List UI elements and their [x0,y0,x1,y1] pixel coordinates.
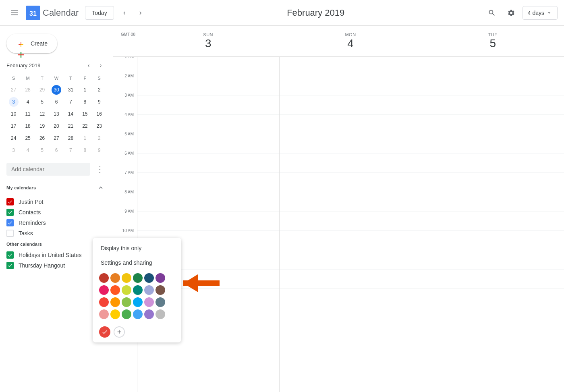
context-menu: Display this only Settings and sharing [93,238,181,342]
app-title: Calendar [43,8,79,18]
color-tangerine[interactable] [110,285,120,295]
my-calendar-contacts[interactable]: Contacts [6,207,106,218]
mini-day[interactable]: 1 [78,132,92,144]
color-pink[interactable] [99,285,109,295]
color-medium-purple[interactable] [144,309,154,319]
mini-day[interactable]: 28 [64,132,78,144]
main-layout: Create February 2019 ‹ › S M T W T F S [0,26,564,392]
mini-next-btn[interactable]: › [95,60,106,71]
mini-day[interactable]: 23 [92,120,106,132]
color-peacock[interactable] [144,273,154,283]
mini-day[interactable]: 14 [64,108,78,120]
context-menu-settings-sharing[interactable]: Settings and sharing [93,255,181,270]
mini-day[interactable]: 1 [78,84,92,96]
color-red[interactable] [99,297,109,307]
mini-day[interactable]: 15 [78,108,92,120]
add-calendar-input[interactable] [6,163,90,176]
add-calendar-options[interactable]: ⋮ [93,163,106,176]
mini-day[interactable]: 19 [35,120,49,132]
mini-day[interactable]: 11 [21,108,35,120]
color-graphite[interactable] [156,285,165,295]
mini-day[interactable]: 17 [6,120,21,132]
add-custom-color[interactable]: + [114,326,125,338]
day-header-sun: SUN 3 [137,29,279,53]
mini-day[interactable]: 20 [49,120,63,132]
color-slate[interactable] [156,297,165,307]
color-light-gray[interactable] [156,309,165,319]
mini-day[interactable]: 22 [78,120,92,132]
color-light-blue[interactable] [133,309,143,319]
mini-day-selected[interactable]: 3 [6,96,21,108]
mini-day[interactable]: 7 [64,144,78,156]
mini-day[interactable]: 5 [35,144,49,156]
color-grape[interactable] [156,273,165,283]
my-calendar-reminders[interactable]: Reminders [6,218,106,228]
mini-day[interactable]: 27 [49,132,63,144]
other-calendar-thursday-hangout[interactable]: Thursday Hangout [6,260,106,271]
color-orange[interactable] [110,297,120,307]
color-light-red[interactable] [99,309,109,319]
my-calendar-tasks[interactable]: Tasks [6,228,106,239]
color-actions: + [93,325,181,339]
color-row-2 [99,285,175,295]
mini-day[interactable]: 6 [49,144,63,156]
my-calendars-collapse[interactable] [95,182,106,193]
next-arrow[interactable]: › [133,6,148,20]
color-gold[interactable] [110,309,120,319]
mini-day[interactable]: 25 [21,132,35,144]
color-sage[interactable] [133,273,143,283]
color-tomato[interactable] [99,273,109,283]
selected-color-check[interactable] [99,326,110,338]
mini-day[interactable]: 9 [92,144,106,156]
mini-prev-btn[interactable]: ‹ [83,60,94,71]
mini-day[interactable]: 4 [21,144,35,156]
mini-day-today[interactable]: 30 [49,84,63,96]
time-grid: 1 AM 2 AM 3 AM 4 AM 5 AM 6 AM 7 AM 8 AM … [113,57,564,392]
mini-day[interactable]: 21 [64,120,78,132]
other-calendar-holidays[interactable]: Holidays in United States [6,250,106,260]
mini-day[interactable]: 7 [64,96,78,108]
day-column-tue[interactable] [422,57,564,392]
calendar-label-thursday-hangout: Thursday Hangout [19,262,65,269]
mini-day[interactable]: 5 [35,96,49,108]
calendar-label-reminders: Reminders [19,220,46,226]
color-banana[interactable] [122,273,131,283]
mini-day[interactable]: 18 [21,120,35,132]
mini-day[interactable]: 12 [35,108,49,120]
search-button[interactable] [484,5,500,21]
color-yellow-green[interactable] [122,285,131,295]
color-green[interactable] [122,297,131,307]
mini-day[interactable]: 31 [64,84,78,96]
day-column-mon[interactable] [279,57,421,392]
mini-day[interactable]: 13 [49,108,63,120]
mini-day[interactable]: 8 [78,144,92,156]
mini-day[interactable]: 10 [6,108,21,120]
context-menu-display-only[interactable]: Display this only [93,241,181,255]
mini-day[interactable]: 29 [35,84,49,96]
menu-icon[interactable] [6,5,23,21]
mini-day[interactable]: 24 [6,132,21,144]
mini-day[interactable]: 16 [92,108,106,120]
color-medium-green[interactable] [122,309,131,319]
mini-day[interactable]: 26 [35,132,49,144]
color-lavender[interactable] [144,285,154,295]
my-calendar-justin-pot[interactable]: Justin Pot [6,197,106,207]
mini-day[interactable]: 6 [49,96,63,108]
mini-day[interactable]: 28 [21,84,35,96]
mini-day[interactable]: 2 [92,84,106,96]
mini-day[interactable]: 3 [6,144,21,156]
mini-day[interactable]: 9 [92,96,106,108]
settings-button[interactable] [503,5,519,21]
color-light-purple[interactable] [144,297,154,307]
color-teal[interactable] [133,285,143,295]
mini-day[interactable]: 8 [78,96,92,108]
mini-day[interactable]: 4 [21,96,35,108]
color-blue[interactable] [133,297,143,307]
color-flamingo[interactable] [110,273,120,283]
mini-day[interactable]: 2 [92,132,106,144]
prev-arrow[interactable]: ‹ [117,6,132,20]
view-selector[interactable]: 4 days [523,6,558,20]
today-button[interactable]: Today [85,6,114,20]
create-button[interactable]: Create [6,34,57,53]
mini-day[interactable]: 27 [6,84,21,96]
